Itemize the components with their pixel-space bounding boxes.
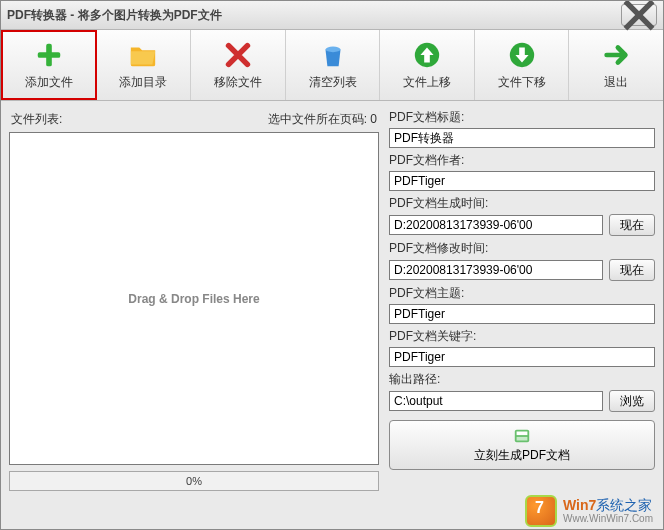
author-input[interactable] xyxy=(389,171,655,191)
move-down-button[interactable]: 文件下移 xyxy=(475,30,570,100)
svg-rect-7 xyxy=(517,436,528,440)
watermark-url: Www.WinWin7.Com xyxy=(563,513,653,524)
modified-field: PDF文档修改时间: 现在 xyxy=(389,240,655,281)
arrow-down-icon xyxy=(507,40,537,70)
right-panel: PDF文档标题: PDF文档作者: PDF文档生成时间: 现在 PDF文档修改时… xyxy=(389,109,655,491)
left-panel: 文件列表: 选中文件所在页码: 0 Drag & Drop Files Here… xyxy=(9,109,379,491)
toolbar-label: 添加目录 xyxy=(119,74,167,91)
title-input[interactable] xyxy=(389,128,655,148)
keywords-input[interactable] xyxy=(389,347,655,367)
toolbar-label: 添加文件 xyxy=(25,74,73,91)
toolbar-label: 移除文件 xyxy=(214,74,262,91)
modified-input[interactable] xyxy=(389,260,603,280)
field-label: PDF文档主题: xyxy=(389,285,655,302)
created-input[interactable] xyxy=(389,215,603,235)
clear-list-button[interactable]: 清空列表 xyxy=(286,30,381,100)
field-label: PDF文档作者: xyxy=(389,152,655,169)
field-label: 输出路径: xyxy=(389,371,655,388)
field-label: PDF文档标题: xyxy=(389,109,655,126)
arrow-up-icon xyxy=(412,40,442,70)
watermark-suffix: 系统之家 xyxy=(596,498,652,513)
progress-text: 0% xyxy=(186,475,202,487)
field-label: PDF文档生成时间: xyxy=(389,195,655,212)
main-body: 文件列表: 选中文件所在页码: 0 Drag & Drop Files Here… xyxy=(1,101,663,499)
title-field: PDF文档标题: xyxy=(389,109,655,148)
subject-field: PDF文档主题: xyxy=(389,285,655,324)
window-title: PDF转换器 - 将多个图片转换为PDF文件 xyxy=(7,7,222,24)
exit-button[interactable]: 退出 xyxy=(569,30,663,100)
svg-rect-6 xyxy=(517,431,528,435)
toolbar-label: 文件下移 xyxy=(498,74,546,91)
watermark-logo xyxy=(525,495,557,527)
author-field: PDF文档作者: xyxy=(389,152,655,191)
selected-page-label: 选中文件所在页码: 0 xyxy=(268,111,377,128)
file-drop-area[interactable]: Drag & Drop Files Here xyxy=(9,132,379,465)
trash-icon xyxy=(318,40,348,70)
toolbar-label: 退出 xyxy=(604,74,628,91)
browse-button[interactable]: 浏览 xyxy=(609,390,655,412)
app-window: PDF转换器 - 将多个图片转换为PDF文件 添加文件 添加目录 移除文件 清空… xyxy=(0,0,664,530)
drop-hint: Drag & Drop Files Here xyxy=(128,292,259,306)
close-icon xyxy=(622,0,656,32)
watermark-brand: Win7 xyxy=(563,497,596,513)
add-file-button[interactable]: 添加文件 xyxy=(1,30,97,100)
file-list-label: 文件列表: xyxy=(11,111,62,128)
folder-icon xyxy=(128,40,158,70)
remove-file-button[interactable]: 移除文件 xyxy=(191,30,286,100)
toolbar: 添加文件 添加目录 移除文件 清空列表 文件上移 文件下移 退出 xyxy=(1,30,663,101)
toolbar-label: 清空列表 xyxy=(309,74,357,91)
plus-icon xyxy=(34,40,64,70)
output-field: 输出路径: 浏览 xyxy=(389,371,655,412)
created-field: PDF文档生成时间: 现在 xyxy=(389,195,655,236)
move-up-button[interactable]: 文件上移 xyxy=(380,30,475,100)
svg-rect-1 xyxy=(38,52,61,58)
exit-icon xyxy=(601,40,631,70)
generate-label: 立刻生成PDF文档 xyxy=(474,447,570,464)
toolbar-label: 文件上移 xyxy=(403,74,451,91)
field-label: PDF文档修改时间: xyxy=(389,240,655,257)
now-button-created[interactable]: 现在 xyxy=(609,214,655,236)
subject-input[interactable] xyxy=(389,304,655,324)
output-input[interactable] xyxy=(389,391,603,411)
titlebar: PDF转换器 - 将多个图片转换为PDF文件 xyxy=(1,1,663,30)
field-label: PDF文档关键字: xyxy=(389,328,655,345)
keywords-field: PDF文档关键字: xyxy=(389,328,655,367)
progress-bar: 0% xyxy=(9,471,379,491)
now-button-modified[interactable]: 现在 xyxy=(609,259,655,281)
add-dir-button[interactable]: 添加目录 xyxy=(97,30,192,100)
delete-icon xyxy=(223,40,253,70)
close-button[interactable] xyxy=(621,4,657,26)
watermark: Win7系统之家 Www.WinWin7.Com xyxy=(525,495,653,527)
list-header: 文件列表: 选中文件所在页码: 0 xyxy=(9,109,379,132)
generate-icon xyxy=(513,427,531,445)
generate-pdf-button[interactable]: 立刻生成PDF文档 xyxy=(389,420,655,470)
svg-point-2 xyxy=(325,46,340,52)
